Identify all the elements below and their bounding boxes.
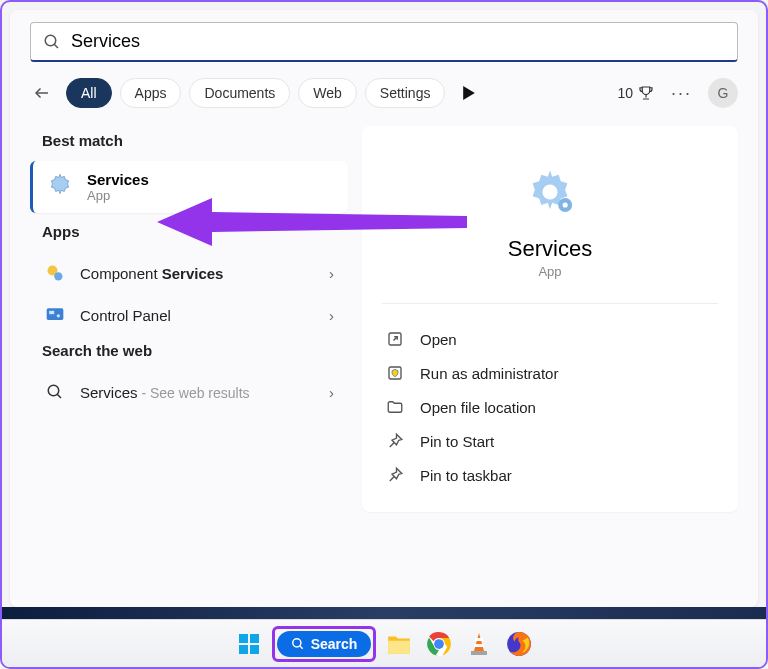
file-explorer-icon[interactable] (382, 627, 416, 661)
chrome-icon[interactable] (422, 627, 456, 661)
best-match-result[interactable]: Services App (30, 161, 348, 213)
details-subtitle: App (382, 264, 718, 279)
search-icon (44, 381, 66, 403)
action-pin-start[interactable]: Pin to Start (382, 424, 718, 458)
svg-rect-10 (49, 311, 54, 314)
action-label: Pin to taskbar (420, 467, 512, 484)
svg-rect-31 (475, 638, 483, 641)
filter-apps[interactable]: Apps (120, 78, 182, 108)
pin-icon (386, 432, 404, 450)
taskbar-search-label: Search (311, 636, 358, 652)
content-area: Best match Services App Apps Component S… (30, 126, 738, 512)
svg-point-12 (48, 385, 59, 396)
desktop-strip (2, 607, 766, 619)
filter-documents[interactable]: Documents (189, 78, 290, 108)
action-label: Run as administrator (420, 365, 558, 382)
more-icon[interactable]: ··· (663, 83, 700, 104)
action-label: Open (420, 331, 457, 348)
search-icon (43, 33, 61, 51)
action-label: Open file location (420, 399, 536, 416)
play-icon[interactable] (457, 81, 481, 105)
filter-all[interactable]: All (66, 78, 112, 108)
results-column: Best match Services App Apps Component S… (30, 126, 348, 512)
svg-rect-21 (250, 634, 259, 643)
svg-point-0 (45, 35, 56, 46)
rewards-indicator[interactable]: 10 (617, 84, 655, 102)
svg-line-25 (299, 645, 302, 648)
svg-rect-33 (471, 651, 487, 655)
open-icon (386, 330, 404, 348)
web-result-label: Services - See web results (80, 384, 315, 401)
svg-marker-3 (464, 86, 476, 100)
shield-icon (386, 364, 404, 382)
app-result-label: Component Services (80, 265, 315, 282)
control-panel-icon (44, 304, 66, 326)
svg-rect-23 (250, 645, 259, 654)
filter-settings[interactable]: Settings (365, 78, 446, 108)
app-result-component-services[interactable]: Component Services › (30, 252, 348, 294)
search-input[interactable] (71, 31, 725, 52)
web-result[interactable]: Services - See web results › (30, 371, 348, 413)
search-box[interactable] (30, 22, 738, 62)
best-match-subtitle: App (87, 188, 149, 203)
gear-icon (47, 172, 73, 202)
svg-point-14 (542, 184, 557, 199)
user-avatar[interactable]: G (708, 78, 738, 108)
trophy-icon (637, 84, 655, 102)
taskbar: Search (2, 619, 766, 667)
section-best-match: Best match (42, 132, 348, 149)
app-result-control-panel[interactable]: Control Panel › (30, 294, 348, 336)
gear-icon (524, 204, 576, 221)
taskbar-search-highlight: Search (272, 626, 377, 662)
svg-rect-20 (239, 634, 248, 643)
svg-marker-30 (474, 633, 484, 651)
action-label: Pin to Start (420, 433, 494, 450)
search-window: All Apps Documents Web Settings 10 ··· G… (10, 10, 758, 607)
pin-icon (386, 466, 404, 484)
app-result-label: Control Panel (80, 307, 315, 324)
svg-rect-9 (47, 308, 64, 320)
section-search-web: Search the web (42, 342, 348, 359)
svg-point-11 (57, 314, 60, 317)
details-panel: Services App Open Run as administrator O… (362, 126, 738, 512)
svg-point-24 (292, 638, 300, 646)
details-title: Services (382, 236, 718, 262)
action-pin-taskbar[interactable]: Pin to taskbar (382, 458, 718, 492)
chevron-right-icon: › (329, 384, 334, 401)
svg-line-13 (57, 394, 61, 398)
back-arrow-icon[interactable] (30, 81, 54, 105)
svg-rect-26 (389, 640, 411, 653)
taskbar-search-button[interactable]: Search (277, 631, 372, 657)
section-apps: Apps (42, 223, 348, 240)
svg-line-1 (54, 44, 58, 48)
vlc-icon[interactable] (462, 627, 496, 661)
search-icon (291, 637, 305, 651)
svg-point-16 (563, 202, 568, 207)
action-run-admin[interactable]: Run as administrator (382, 356, 718, 390)
filter-row: All Apps Documents Web Settings 10 ··· G (30, 78, 738, 108)
best-match-title: Services (87, 171, 149, 188)
action-open-location[interactable]: Open file location (382, 390, 718, 424)
rewards-count: 10 (617, 85, 633, 101)
folder-icon (386, 398, 404, 416)
start-button[interactable] (232, 627, 266, 661)
svg-rect-32 (474, 644, 484, 647)
svg-rect-22 (239, 645, 248, 654)
svg-point-8 (54, 272, 62, 280)
action-open[interactable]: Open (382, 322, 718, 356)
chevron-right-icon: › (329, 307, 334, 324)
details-hero: Services App (382, 146, 718, 304)
chevron-right-icon: › (329, 265, 334, 282)
filter-web[interactable]: Web (298, 78, 357, 108)
firefox-icon[interactable] (502, 627, 536, 661)
component-services-icon (44, 262, 66, 284)
